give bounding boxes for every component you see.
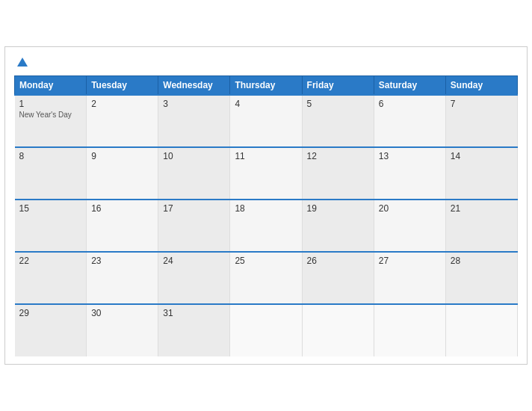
calendar-day-cell: 19 [302, 200, 374, 252]
calendar-week-row: 15161718192021 [15, 200, 518, 252]
calendar-day-cell [445, 304, 517, 356]
calendar-day-cell: 12 [302, 147, 374, 200]
calendar-week-row: 891011121314 [15, 147, 518, 200]
day-number: 19 [307, 203, 369, 214]
day-number: 16 [91, 203, 153, 214]
calendar-day-cell: 31 [158, 304, 230, 356]
day-number: 17 [163, 203, 225, 214]
calendar-day-cell: 18 [230, 200, 302, 252]
logo-triangle-icon [17, 58, 28, 67]
calendar-day-cell: 27 [374, 252, 445, 304]
day-number: 11 [235, 151, 297, 161]
calendar-day-cell: 28 [445, 252, 517, 304]
day-number: 10 [163, 151, 225, 161]
calendar-day-cell: 10 [158, 147, 230, 200]
day-number: 26 [307, 256, 369, 266]
calendar-week-row: 293031 [15, 304, 518, 356]
calendar-grid: MondayTuesdayWednesdayThursdayFridaySatu… [14, 75, 518, 356]
day-number: 1 [19, 99, 82, 109]
day-number: 20 [379, 203, 441, 214]
calendar-day-cell: 11 [230, 147, 302, 200]
day-number: 2 [91, 99, 153, 109]
calendar-day-cell: 2 [87, 95, 158, 147]
weekday-header-cell: Saturday [374, 76, 445, 96]
calendar-day-cell: 6 [374, 95, 445, 147]
calendar-day-cell: 21 [445, 200, 517, 252]
day-number: 13 [379, 151, 441, 161]
calendar-container: MondayTuesdayWednesdayThursdayFridaySatu… [4, 46, 528, 365]
calendar-day-cell: 16 [87, 200, 158, 252]
weekday-header-row: MondayTuesdayWednesdayThursdayFridaySatu… [15, 76, 518, 96]
calendar-day-cell: 24 [158, 252, 230, 304]
day-number: 3 [163, 99, 225, 109]
weekday-header-cell: Thursday [230, 76, 302, 96]
weekday-header-cell: Sunday [445, 76, 517, 96]
day-number: 22 [19, 256, 82, 266]
calendar-day-cell: 22 [15, 252, 87, 304]
calendar-day-cell: 26 [302, 252, 374, 304]
calendar-week-row: 1New Year's Day234567 [15, 95, 518, 147]
calendar-day-cell: 13 [374, 147, 445, 200]
calendar-day-cell: 20 [374, 200, 445, 252]
calendar-day-cell: 4 [230, 95, 302, 147]
day-number: 7 [451, 99, 513, 109]
day-number: 18 [235, 203, 297, 214]
calendar-day-cell: 7 [445, 95, 517, 147]
calendar-week-row: 22232425262728 [15, 252, 518, 304]
day-number: 6 [379, 99, 441, 109]
logo [14, 58, 28, 67]
day-number: 25 [235, 256, 297, 266]
day-number: 21 [451, 203, 513, 214]
calendar-header [14, 55, 518, 69]
day-number: 9 [91, 151, 153, 161]
calendar-day-cell: 1New Year's Day [15, 95, 87, 147]
calendar-day-cell [374, 304, 445, 356]
day-number: 30 [91, 308, 153, 318]
calendar-day-cell: 25 [230, 252, 302, 304]
calendar-day-cell: 23 [87, 252, 158, 304]
day-number: 5 [307, 99, 369, 109]
day-number: 8 [19, 151, 82, 161]
calendar-body: 1New Year's Day2345678910111213141516171… [15, 95, 518, 356]
calendar-day-cell: 9 [87, 147, 158, 200]
day-number: 12 [307, 151, 369, 161]
calendar-day-cell [230, 304, 302, 356]
calendar-day-cell [302, 304, 374, 356]
day-number: 31 [163, 308, 225, 318]
calendar-day-cell: 14 [445, 147, 517, 200]
day-event: New Year's Day [19, 111, 82, 119]
weekday-header-cell: Friday [302, 76, 374, 96]
calendar-day-cell: 3 [158, 95, 230, 147]
calendar-day-cell: 5 [302, 95, 374, 147]
day-number: 4 [235, 99, 297, 109]
logo-blue-text [14, 58, 28, 67]
weekday-header-cell: Wednesday [158, 76, 230, 96]
day-number: 27 [379, 256, 441, 266]
day-number: 14 [451, 151, 513, 161]
day-number: 15 [19, 203, 82, 214]
weekday-header-cell: Monday [15, 76, 87, 96]
day-number: 24 [163, 256, 225, 266]
calendar-day-cell: 29 [15, 304, 87, 356]
day-number: 28 [451, 256, 513, 266]
day-number: 29 [19, 308, 82, 318]
day-number: 23 [91, 256, 153, 266]
calendar-day-cell: 17 [158, 200, 230, 252]
calendar-day-cell: 15 [15, 200, 87, 252]
weekday-header-cell: Tuesday [87, 76, 158, 96]
calendar-day-cell: 8 [15, 147, 87, 200]
calendar-day-cell: 30 [87, 304, 158, 356]
